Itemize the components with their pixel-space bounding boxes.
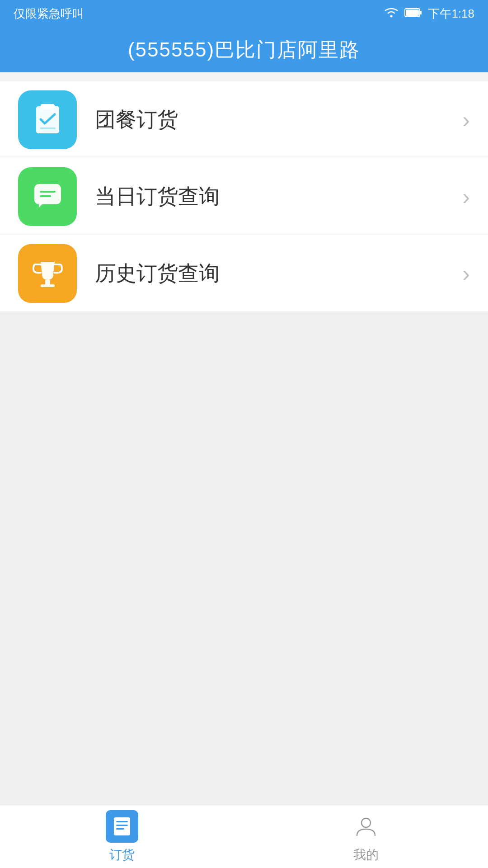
- svg-rect-6: [41, 104, 55, 108]
- nav-item-mine[interactable]: 我的: [244, 805, 488, 868]
- group-order-icon-wrap: [18, 90, 77, 149]
- menu-item-history-order[interactable]: 历史订货查询 ›: [0, 235, 488, 312]
- status-text: 仅限紧急呼叫: [14, 6, 84, 22]
- history-order-icon-wrap: [18, 244, 77, 303]
- wifi-icon: [384, 6, 399, 22]
- svg-rect-15: [116, 825, 128, 826]
- nav-item-order[interactable]: 订货: [0, 805, 244, 868]
- app-header: (555555)巴比门店阿里路: [0, 27, 488, 72]
- menu-item-today-order[interactable]: 当日订货查询 ›: [0, 158, 488, 235]
- svg-rect-2: [420, 11, 422, 14]
- svg-rect-12: [41, 284, 55, 287]
- order-nav-label: 订货: [109, 846, 135, 863]
- svg-rect-7: [40, 127, 56, 129]
- mine-nav-label: 我的: [353, 846, 379, 863]
- trophy-icon: [31, 256, 65, 290]
- clipboard-icon: [31, 103, 65, 137]
- status-bar: 仅限紧急呼叫 下午1:18: [0, 0, 488, 27]
- svg-point-17: [361, 818, 371, 827]
- svg-rect-16: [116, 828, 124, 830]
- battery-icon: [404, 7, 422, 21]
- time-display: 下午1:18: [428, 6, 474, 22]
- bottom-nav: 订货 我的: [0, 805, 488, 868]
- svg-rect-9: [40, 191, 56, 193]
- today-order-chevron: ›: [462, 184, 470, 210]
- chat-icon: [31, 179, 65, 213]
- page-title: (555555)巴比门店阿里路: [128, 37, 360, 63]
- svg-rect-10: [40, 195, 51, 197]
- group-order-label: 团餐订货: [95, 106, 462, 134]
- order-icon: [112, 816, 132, 836]
- svg-rect-8: [34, 184, 61, 204]
- menu-item-group-order[interactable]: 团餐订货 ›: [0, 81, 488, 158]
- status-icons: 下午1:18: [384, 6, 474, 22]
- order-nav-icon: [106, 810, 138, 843]
- mine-nav-icon: [350, 810, 382, 843]
- main-content: 团餐订货 › 当日订货查询 ›: [0, 72, 488, 312]
- svg-rect-14: [116, 821, 128, 822]
- svg-rect-13: [114, 817, 130, 835]
- svg-point-0: [390, 15, 393, 17]
- history-order-label: 历史订货查询: [95, 259, 462, 288]
- person-icon: [354, 815, 378, 838]
- history-order-chevron: ›: [462, 260, 470, 287]
- group-order-chevron: ›: [462, 107, 470, 133]
- today-order-label: 当日订货查询: [95, 183, 462, 211]
- today-order-icon-wrap: [18, 167, 77, 226]
- svg-rect-3: [406, 9, 419, 16]
